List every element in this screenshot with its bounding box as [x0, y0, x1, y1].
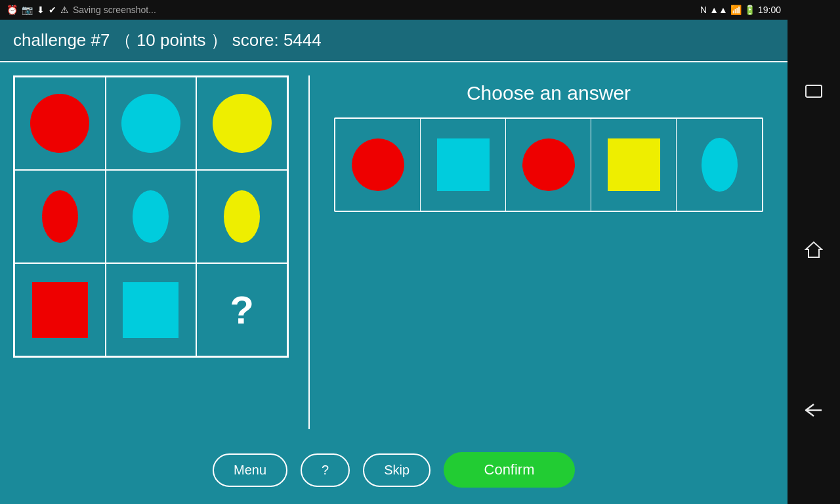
nav-home[interactable]: [805, 240, 823, 263]
shape-red-oval: [42, 190, 78, 243]
grid-panel: ?: [13, 75, 295, 429]
answer-3-shape: [522, 138, 575, 191]
header: challenge #7 （ 10 points ） score: 5444: [0, 20, 788, 62]
menu-button[interactable]: Menu: [213, 453, 287, 487]
status-right: N ▲▲ 📶 🔋 19:00: [700, 5, 781, 15]
grid-cell-0-1: [106, 77, 197, 170]
warning-icon: ⚠: [60, 5, 69, 15]
shape-yellow-circle-large: [213, 94, 272, 153]
shape-cyan-circle-large: [121, 94, 180, 153]
answer-4-shape: [608, 138, 660, 191]
answer-option-2[interactable]: [421, 119, 506, 211]
answer-option-5[interactable]: [677, 119, 762, 211]
battery-icon: 🔋: [744, 5, 755, 15]
screenshot-icon: 📷: [22, 5, 33, 15]
vertical-divider: [308, 75, 310, 429]
nfc-icon: N: [700, 5, 707, 15]
grid-cell-1-2: [196, 170, 287, 263]
grid-cell-0-0: [14, 77, 106, 170]
nav-back[interactable]: [803, 401, 824, 422]
status-left: ⏰ 📷 ⬇ ✔ ⚠ Saving screenshot...: [7, 5, 156, 15]
grid-cell-2-1: [106, 263, 197, 356]
puzzle-grid: ?: [13, 75, 289, 358]
svg-rect-0: [806, 85, 822, 97]
wifi-icon: ▲▲: [709, 5, 728, 15]
right-panel: Choose an answer: [323, 75, 774, 429]
answer-option-3[interactable]: [506, 119, 591, 211]
grid-cell-2-0: [14, 263, 106, 356]
status-bar: ⏰ 📷 ⬇ ✔ ⚠ Saving screenshot... N ▲▲ 📶 🔋 …: [0, 0, 788, 20]
shape-red-square: [32, 282, 88, 338]
svg-marker-1: [806, 242, 822, 257]
answer-options: [334, 117, 763, 212]
android-nav-bar: [788, 0, 840, 504]
grid-cell-0-2: [196, 77, 287, 170]
question-mark: ?: [230, 287, 254, 333]
shape-yellow-oval: [224, 190, 260, 243]
grid-cell-1-0: [14, 170, 106, 263]
main-content: ? Choose an answer: [0, 62, 788, 442]
shape-cyan-square: [123, 282, 178, 338]
page-title: challenge #7 （ 10 points ） score: 5444: [13, 30, 322, 50]
download-icon: ⬇: [37, 5, 45, 15]
answer-2-shape: [437, 138, 490, 191]
check-icon: ✔: [49, 5, 56, 15]
saving-text: Saving screenshot...: [73, 5, 156, 15]
answer-option-4[interactable]: [591, 119, 677, 211]
answer-option-1[interactable]: [335, 119, 421, 211]
time-display: 19:00: [758, 5, 781, 15]
grid-cell-2-2: ?: [196, 263, 287, 356]
skip-button[interactable]: Skip: [363, 453, 430, 487]
choose-answer-title: Choose an answer: [467, 82, 631, 104]
grid-cell-1-1: [106, 170, 197, 263]
bottom-bar: Menu ? Skip Confirm: [0, 442, 788, 504]
answer-1-shape: [352, 138, 404, 191]
nav-recent-apps[interactable]: [805, 82, 823, 103]
signal-icon: 📶: [730, 5, 742, 15]
shape-red-circle-large: [30, 94, 89, 153]
confirm-button[interactable]: Confirm: [444, 452, 575, 488]
clock-icon: ⏰: [7, 5, 18, 15]
shape-cyan-oval: [133, 190, 169, 243]
help-button[interactable]: ?: [301, 453, 350, 487]
answer-5-shape: [702, 138, 738, 192]
